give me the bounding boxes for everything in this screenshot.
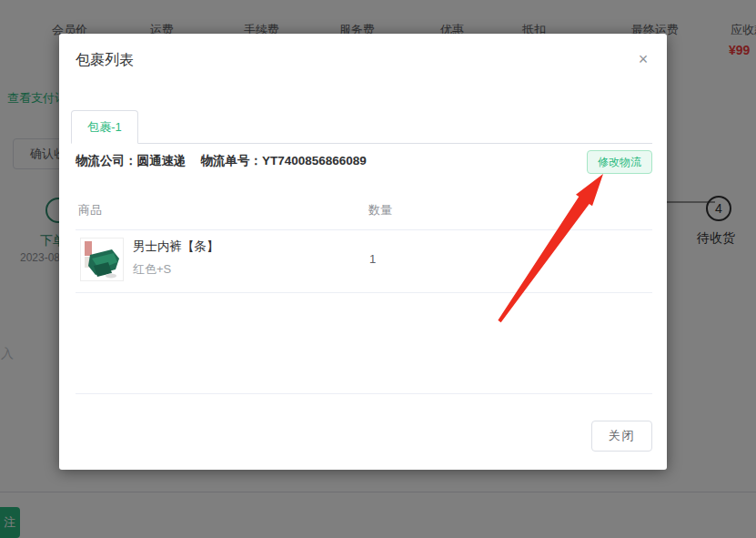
close-icon[interactable]: × — [632, 48, 654, 70]
tab-package-1[interactable]: 包裹-1 — [71, 110, 138, 144]
package-list-dialog: 包裹列表 × 包裹-1 物流公司：圆通速递物流单号：YT740085686608… — [59, 34, 667, 470]
dialog-title: 包裹列表 — [76, 51, 134, 70]
package-items-table: 商品 数量 男士内裤【条】 红色+S 1 — [76, 190, 652, 394]
table-header-product: 商品 — [78, 202, 102, 218]
table-header-quantity: 数量 — [368, 202, 392, 218]
logistics-company: 物流公司：圆通速递 — [76, 154, 186, 167]
product-name: 男士内裤【条】 — [133, 239, 219, 255]
table-row: 男士内裤【条】 红色+S 1 — [76, 230, 652, 293]
product-quantity: 1 — [369, 252, 376, 266]
product-spec: 红色+S — [133, 261, 171, 278]
order-detail-page: 会员价 运费 手续费 服务费 优惠 抵扣 最终运费 应收款 ¥99 查看支付记录… — [0, 0, 756, 538]
product-image — [81, 239, 123, 280]
tracking-number: 物流单号：YT7400856866089 — [201, 154, 367, 167]
close-button[interactable]: 关闭 — [591, 421, 652, 452]
logistics-info-text: 物流公司：圆通速递物流单号：YT7400856866089 — [76, 153, 367, 169]
table-header-row: 商品 数量 — [76, 190, 652, 230]
package-tabs: 包裹-1 — [71, 110, 652, 144]
logistics-info-row: 物流公司：圆通速递物流单号：YT7400856866089 修改物流 — [76, 150, 652, 174]
edit-logistics-button[interactable]: 修改物流 — [587, 150, 652, 174]
product-thumbnail — [80, 238, 124, 281]
